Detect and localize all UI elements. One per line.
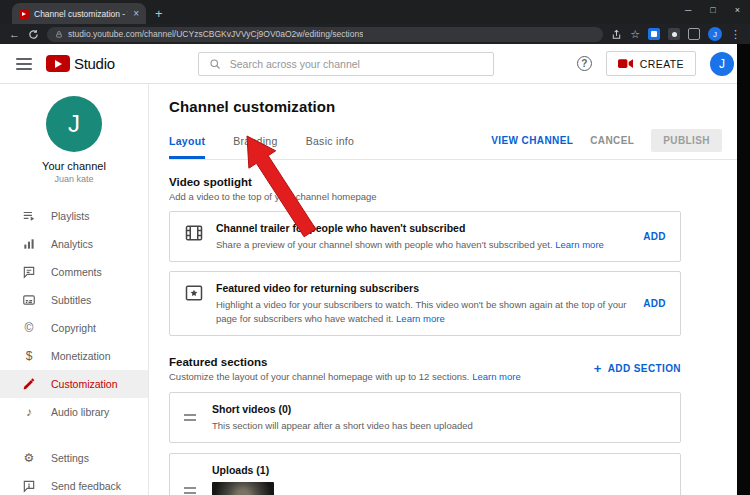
sidebar-item-customization[interactable]: Customization	[0, 370, 148, 398]
sidebar-item-monetization[interactable]: $ Monetization	[0, 342, 148, 370]
sidebar-item-analytics[interactable]: Analytics	[0, 230, 148, 258]
menu-hamburger-icon[interactable]	[16, 55, 32, 73]
video-spotlight-subtitle: Add a video to the top of your channel h…	[169, 191, 750, 202]
add-section-button[interactable]: + ADD SECTION	[594, 362, 681, 375]
sidebar-item-copyright[interactable]: © Copyright	[0, 314, 148, 342]
upload-video-thumbnail[interactable]: 17:37	[212, 482, 274, 495]
minimize-button[interactable]: ─	[685, 5, 691, 15]
sidebar-item-audio-library[interactable]: ♪ Audio library	[0, 398, 148, 426]
video-spotlight-header: Video spotlight Add a video to the top o…	[169, 176, 750, 202]
youtube-studio-favicon-icon	[19, 9, 29, 19]
sidebar-item-label: Playlists	[51, 210, 90, 222]
search-icon	[209, 58, 221, 70]
video-spotlight-title: Video spotlight	[169, 176, 750, 188]
close-window-button[interactable]: ×	[735, 5, 740, 15]
youtube-play-icon	[46, 55, 70, 72]
plus-icon: +	[594, 362, 602, 375]
section-uploads: Uploads (1) 17:37	[169, 453, 681, 495]
card-description: Share a preview of your channel shown wi…	[216, 238, 631, 251]
channel-search[interactable]	[198, 52, 494, 76]
tab-basic-info[interactable]: Basic info	[306, 129, 355, 159]
sidebar-item-label: Subtitles	[51, 294, 91, 306]
reload-icon[interactable]	[28, 29, 39, 40]
extension-icon-1[interactable]	[648, 28, 660, 40]
help-icon[interactable]: ?	[577, 56, 592, 71]
drag-handle-icon[interactable]	[184, 487, 196, 494]
create-label: CREATE	[640, 58, 684, 70]
sidebar-item-settings[interactable]: ⚙ Settings	[0, 444, 148, 472]
learn-more-link[interactable]: Learn more	[472, 371, 521, 382]
search-input[interactable]	[230, 58, 483, 70]
monetization-icon: $	[21, 348, 37, 364]
card-description: Highlight a video for your subscribers t…	[216, 298, 631, 325]
tab-layout[interactable]: Layout	[169, 129, 205, 159]
featured-sections-subtitle-text: Customize the layout of your channel hom…	[169, 371, 469, 382]
extension-icon-2[interactable]	[668, 28, 680, 40]
new-tab-button[interactable]: +	[155, 6, 163, 21]
add-section-label: ADD SECTION	[608, 363, 681, 374]
comments-icon	[21, 264, 37, 280]
side-panel-icon[interactable]	[688, 28, 700, 40]
section-title: Uploads (1)	[212, 464, 666, 476]
card-body: Channel trailer for people who haven't s…	[216, 222, 631, 251]
add-featured-video-button[interactable]: ADD	[643, 298, 666, 309]
tab-title: Channel customization - YouTub	[34, 9, 128, 19]
featured-sections-header: Featured sections Customize the layout o…	[169, 356, 681, 382]
section-body: Short videos (0) This section will appea…	[212, 403, 666, 432]
tab-branding[interactable]: Branding	[233, 129, 277, 159]
logo-text: Studio	[74, 55, 115, 72]
studio-sidebar: J Your channel Juan kate Playlists	[0, 84, 148, 495]
youtube-studio-logo[interactable]: Studio	[46, 55, 115, 72]
tab-close-icon[interactable]: ×	[133, 8, 139, 19]
sidebar-item-subtitles[interactable]: Subtitles	[0, 286, 148, 314]
channel-trailer-card: Channel trailer for people who haven't s…	[169, 211, 681, 262]
drag-handle-icon[interactable]	[184, 414, 196, 421]
audio-library-icon: ♪	[21, 404, 37, 420]
copyright-icon: ©	[21, 320, 37, 336]
card-title: Featured video for returning subscribers	[216, 282, 631, 294]
channel-avatar[interactable]: J	[46, 96, 102, 152]
browser-tab[interactable]: Channel customization - YouTub ×	[12, 3, 146, 24]
tab-actions: VIEW CHANNEL CANCEL PUBLISH	[491, 129, 722, 159]
sidebar-item-label: Copyright	[51, 322, 96, 334]
customization-brush-icon	[21, 376, 37, 392]
browser-menu-icon[interactable]: ⋮	[730, 29, 741, 40]
maximize-button[interactable]: □	[710, 5, 715, 15]
add-trailer-button[interactable]: ADD	[643, 231, 666, 242]
studio-account-avatar[interactable]: J	[710, 52, 734, 76]
main-panel: Channel customization Layout Branding Ba…	[148, 84, 750, 495]
back-icon[interactable]: ←	[9, 29, 20, 40]
browser-window: Channel customization - YouTub × + ─ □ ×…	[0, 0, 750, 495]
view-channel-button[interactable]: VIEW CHANNEL	[491, 135, 573, 146]
section-body: Uploads (1) 17:37	[212, 464, 666, 495]
lock-icon	[55, 30, 63, 39]
share-icon[interactable]	[611, 29, 622, 40]
sidebar-item-label: Comments	[51, 266, 102, 278]
create-camera-icon	[618, 58, 633, 69]
sidebar-item-comments[interactable]: Comments	[0, 258, 148, 286]
featured-sections-text: Featured sections Customize the layout o…	[169, 356, 594, 382]
feedback-icon	[21, 478, 37, 494]
sidebar-nav: Playlists Analytics	[0, 202, 148, 495]
sidebar-item-label: Monetization	[51, 350, 111, 362]
publish-button[interactable]: PUBLISH	[651, 129, 722, 152]
featured-video-icon	[184, 283, 204, 303]
cancel-button[interactable]: CANCEL	[590, 135, 634, 146]
browser-tabstrip: Channel customization - YouTub × + ─ □ ×	[0, 0, 750, 24]
card-description-text: Share a preview of your channel shown wi…	[216, 239, 553, 250]
trailer-film-icon	[184, 223, 204, 243]
sidebar-item-playlists[interactable]: Playlists	[0, 202, 148, 230]
analytics-icon	[21, 236, 37, 252]
create-button[interactable]: CREATE	[606, 51, 696, 76]
browser-profile-avatar[interactable]: J	[708, 27, 722, 41]
sidebar-item-label: Customization	[51, 378, 118, 390]
sidebar-footer-nav: ⚙ Settings Send feedback	[0, 444, 148, 495]
settings-gear-icon: ⚙	[21, 450, 37, 466]
learn-more-link[interactable]: Learn more	[396, 313, 445, 324]
bookmark-star-icon[interactable]: ☆	[630, 29, 640, 40]
learn-more-link[interactable]: Learn more	[555, 239, 604, 250]
featured-video-card: Featured video for returning subscribers…	[169, 271, 681, 336]
address-bar[interactable]: studio.youtube.com/channel/UCYzsCBGKvJVV…	[47, 27, 603, 42]
sidebar-item-send-feedback[interactable]: Send feedback	[0, 472, 148, 495]
section-description: This section will appear after a short v…	[212, 419, 666, 432]
